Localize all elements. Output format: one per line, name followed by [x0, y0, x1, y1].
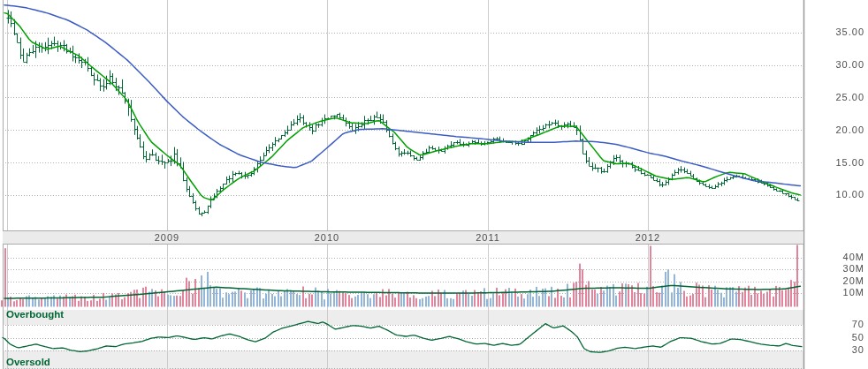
rsi-axis-label-50: 50 — [801, 332, 864, 343]
x-axis-year-label-2009: 2009 — [132, 232, 202, 244]
rsi-axis-label-30: 30 — [801, 344, 864, 356]
chart-canvas — [0, 0, 868, 369]
price-axis-label-25: 25.00 — [801, 92, 864, 103]
price-axis-label-15: 15.00 — [801, 157, 864, 169]
price-axis-label-35: 35.00 — [801, 26, 864, 38]
price-axis-label-30: 30.00 — [801, 59, 864, 71]
volume-axis-label-20m: 20M — [801, 275, 864, 287]
x-axis-year-label-2010: 2010 — [292, 232, 362, 244]
price-axis-label-20: 20.00 — [801, 124, 864, 136]
oversold-label: Oversold — [6, 357, 50, 367]
x-axis-year-label-2011: 2011 — [453, 232, 523, 244]
volume-axis-label-40m: 40M — [801, 252, 864, 263]
volume-axis-label-10m: 10M — [801, 287, 864, 298]
overbought-label: Overbought — [6, 309, 64, 320]
x-axis-year-label-2012: 2012 — [613, 232, 683, 244]
volume-axis-label-30m: 30M — [801, 263, 864, 275]
price-axis-label-10: 10.00 — [801, 189, 864, 200]
rsi-axis-label-70: 70 — [801, 319, 864, 330]
stock-chart: 35.00 30.00 25.00 20.00 15.00 10.00 2009… — [0, 0, 868, 369]
